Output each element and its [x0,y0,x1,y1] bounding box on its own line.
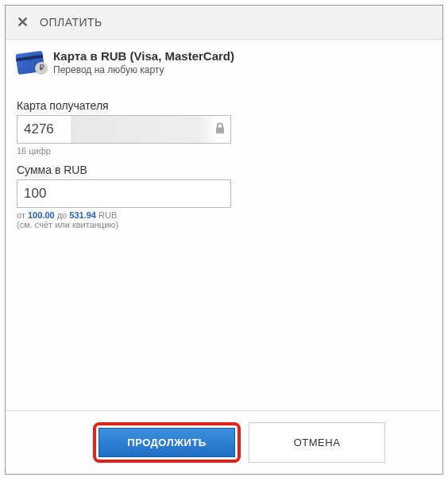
amount-label: Сумма в RUB [17,164,431,176]
cancel-button[interactable]: ОТМЕНА [249,422,385,463]
payment-dialog: ✕ ОПЛАТИТЬ Карта в RUB (Visa, MasterCard… [5,5,443,475]
payment-method-row: Карта в RUB (Visa, MasterCard) Перевод н… [6,40,442,85]
recipient-card-input[interactable] [17,115,231,144]
payment-method-title: Карта в RUB (Visa, MasterCard) [53,49,234,63]
dialog-header: ✕ ОПЛАТИТЬ [6,6,442,40]
card-icon [15,50,44,74]
dialog-title: ОПЛАТИТЬ [40,16,102,29]
payment-method-subtitle: Перевод на любую карту [53,64,234,75]
amount-input-wrap [17,179,231,208]
amount-input[interactable] [17,179,231,208]
dialog-footer: ПРОДОЛЖИТЬ ОТМЕНА [6,410,442,474]
recipient-hint: 16 цифр [17,146,431,156]
recipient-input-wrap [17,115,231,144]
payment-method-text: Карта в RUB (Visa, MasterCard) Перевод н… [53,49,234,75]
continue-highlight: ПРОДОЛЖИТЬ [93,422,241,463]
form-area: Карта получателя 16 цифр Сумма в RUB от … [6,85,442,410]
lock-icon [215,123,225,137]
amount-hint: от 100.00 до 531.94 RUB (см. счёт или кв… [17,210,431,229]
continue-button[interactable]: ПРОДОЛЖИТЬ [98,428,235,457]
close-icon[interactable]: ✕ [17,13,29,31]
recipient-label: Карта получателя [17,99,431,112]
